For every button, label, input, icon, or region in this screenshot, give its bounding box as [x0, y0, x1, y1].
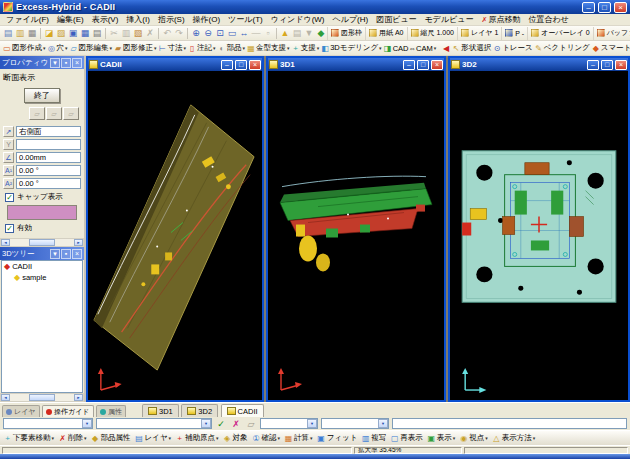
- section-tool-1[interactable]: ▱: [29, 107, 45, 120]
- scale-field[interactable]: 縮尺 1.000: [407, 27, 457, 40]
- new-from-template-icon[interactable]: ▥: [14, 27, 26, 40]
- minimize-button[interactable]: –: [587, 60, 599, 70]
- menu-item[interactable]: モデルビュー: [421, 14, 478, 25]
- cap-display-checkbox[interactable]: ✓: [5, 193, 14, 202]
- tree-item[interactable]: ◆ sample: [2, 272, 82, 283]
- layer-list-icon[interactable]: ▤: [291, 27, 303, 40]
- redo-icon[interactable]: ↷: [173, 27, 185, 40]
- menu-item[interactable]: 図面ビュー: [372, 14, 420, 25]
- row-value[interactable]: 0.00 °: [16, 165, 81, 176]
- redraw-icon[interactable]: ▫: [262, 27, 274, 40]
- part-attribute-button[interactable]: ◆ 部品属性: [89, 432, 133, 445]
- section-tool-2[interactable]: ▱: [46, 107, 62, 120]
- menu-item[interactable]: 指示(S): [154, 14, 189, 25]
- copy-button[interactable]: ▥ 複写: [359, 432, 388, 445]
- document-tab[interactable]: CADII: [221, 404, 264, 417]
- cad-wireframe-view[interactable]: [88, 71, 262, 400]
- target-button[interactable]: ◈ 対象: [221, 432, 250, 445]
- display-button[interactable]: ▣ 表示 ▾: [425, 432, 458, 445]
- lower-element-move-button[interactable]: + 下要素移動 ▾: [1, 432, 56, 445]
- menu-item[interactable]: 操作(O): [189, 14, 225, 25]
- command-combo-3[interactable]: ▼: [260, 418, 318, 429]
- child-window-titlebar[interactable]: 3D1 – □ ×: [268, 58, 444, 71]
- delete-button[interactable]: ✗ 削除 ▾: [56, 432, 89, 445]
- chevron-down-icon[interactable]: ▾: [50, 249, 60, 259]
- panel-tab[interactable]: 属性: [96, 405, 126, 417]
- menu-item[interactable]: 編集(E): [53, 14, 88, 25]
- child-window-titlebar[interactable]: CADII – □ ×: [88, 58, 262, 71]
- finish-button[interactable]: 終了: [24, 88, 60, 103]
- minimize-button[interactable]: –: [403, 60, 415, 70]
- command-input-field[interactable]: [392, 418, 627, 429]
- menu-item[interactable]: 表示(V): [88, 14, 123, 25]
- app-titlebar[interactable]: Excess-Hybrid - CADII – □ ×: [0, 0, 630, 14]
- chevron-down-icon[interactable]: ▼: [307, 419, 317, 428]
- pen-field[interactable]: P -: [501, 27, 527, 40]
- section-color-swatch[interactable]: [7, 205, 77, 220]
- mold-plan-view[interactable]: [450, 71, 628, 400]
- panel-tab[interactable]: 操作ガイド: [42, 405, 94, 417]
- scroll-right-icon[interactable]: ►: [74, 239, 83, 246]
- overlay-field[interactable]: オーバーレイ 0: [527, 27, 593, 40]
- fit-button[interactable]: ▣ フィット: [315, 432, 360, 445]
- document-tab[interactable]: 3D1: [142, 404, 179, 417]
- redraw-button[interactable]: ▢ 再表示: [388, 432, 425, 445]
- chevron-down-icon[interactable]: ▼: [82, 419, 92, 428]
- undo-icon[interactable]: ↶: [161, 27, 173, 40]
- close-document-icon[interactable]: ▦: [26, 27, 38, 40]
- menu-item[interactable]: 挿入(I): [122, 14, 154, 25]
- calc-button[interactable]: ▦ 計算 ▾: [282, 432, 315, 445]
- trace-button[interactable]: ⊙ トレース: [492, 42, 534, 55]
- buffer-field[interactable]: バッファ: [593, 27, 630, 40]
- menu-item[interactable]: ウィンドウ(W): [267, 14, 329, 25]
- cut-icon[interactable]: ✂: [108, 27, 120, 40]
- close-icon[interactable]: ×: [72, 249, 82, 259]
- pin-icon[interactable]: ▪: [61, 249, 71, 259]
- tree-panel-titlebar[interactable]: 3Dツリー ▾ ▪ ×: [0, 247, 84, 260]
- shape-create-button[interactable]: ▭ 図形作成 ▾: [2, 42, 47, 55]
- zoom-out-icon[interactable]: ⊖: [202, 27, 214, 40]
- delete-icon[interactable]: ✗: [144, 27, 156, 40]
- menu-item[interactable]: ファイル(F): [2, 14, 53, 25]
- minimize-button[interactable]: –: [582, 2, 595, 13]
- layer-button[interactable]: ▤ レイヤ ▾: [133, 432, 174, 445]
- measure-icon[interactable]: ◆: [315, 27, 327, 40]
- scroll-thumb[interactable]: [29, 239, 55, 246]
- viewport-3d1[interactable]: [268, 71, 444, 400]
- chevron-down-icon[interactable]: ▼: [378, 419, 388, 428]
- layer-down-icon[interactable]: ▼: [303, 27, 315, 40]
- paste-icon[interactable]: ▧: [132, 27, 144, 40]
- properties-hscrollbar[interactable]: ◄ ►: [0, 238, 84, 247]
- layer-up-icon[interactable]: ▲: [279, 27, 291, 40]
- aux-origin-button[interactable]: + 補助原点 ▾: [173, 432, 221, 445]
- mold-support-button[interactable]: ▦ 金型支援 ▾: [246, 42, 291, 55]
- section-tool-3[interactable]: ▱: [63, 107, 79, 120]
- document-tab[interactable]: 3D2: [181, 404, 218, 417]
- zoom-fit-icon[interactable]: ⊡: [214, 27, 226, 40]
- annotation-button[interactable]: ▯ 注記 ▾: [187, 42, 217, 55]
- shape-modify-button[interactable]: ▰ 図形修正 ▾: [113, 42, 158, 55]
- pin-icon[interactable]: ▪: [61, 58, 71, 68]
- speaker-icon[interactable]: ◀: [441, 42, 451, 55]
- new-icon[interactable]: ▤: [2, 27, 14, 40]
- clear-button[interactable]: ▱: [245, 419, 257, 429]
- chevron-down-icon[interactable]: ▼: [201, 419, 211, 428]
- command-combo-4[interactable]: ▼: [321, 418, 389, 429]
- cad-cam-button[interactable]: ◨ CAD⇔CAM ▾: [383, 42, 438, 55]
- scroll-left-icon[interactable]: ◄: [1, 394, 10, 401]
- modeling-3d-button[interactable]: ◧ 3Dモデリング ▾: [320, 42, 382, 55]
- tree-item[interactable]: ◆ CADII: [2, 261, 82, 272]
- menu-item[interactable]: ✗ 原点移動: [478, 14, 525, 25]
- vectoring-button[interactable]: ✎ ベクトリング: [534, 42, 591, 55]
- pan-icon[interactable]: ↔: [238, 27, 250, 40]
- row-value[interactable]: [16, 139, 81, 150]
- shaded-model-view[interactable]: [268, 71, 444, 400]
- scroll-left-icon[interactable]: ◄: [1, 239, 10, 246]
- row-value[interactable]: 右側面: [16, 126, 81, 137]
- import-icon[interactable]: ▨: [55, 27, 67, 40]
- menu-item[interactable]: 位置合わせ: [524, 14, 572, 25]
- close-button[interactable]: ×: [431, 60, 443, 70]
- copy-icon[interactable]: ▥: [120, 27, 132, 40]
- minimize-button[interactable]: –: [221, 60, 233, 70]
- parts-button[interactable]: ◐ 部品 ▾: [217, 42, 247, 55]
